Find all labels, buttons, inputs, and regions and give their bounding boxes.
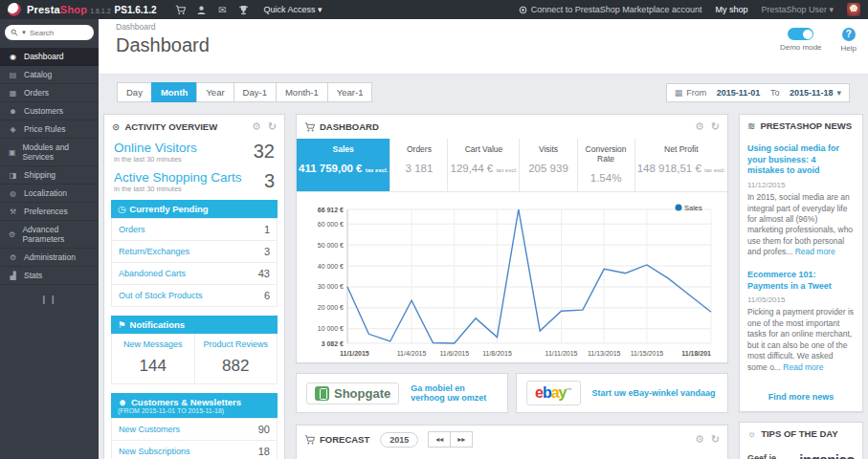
envelope-icon[interactable]: ✉ (211, 5, 233, 15)
tips-title: TIPS OF THE DAY (761, 428, 837, 439)
sidebar-item-orders[interactable]: ▦Orders (0, 84, 99, 102)
read-more-link[interactable]: Read more (795, 247, 835, 256)
caret-down-icon: ▾ (836, 88, 841, 98)
help-label: Help (841, 44, 857, 53)
row-label-link[interactable]: New Customers (119, 425, 180, 434)
marketplace-link[interactable]: Connect to PrestaShop Marketplace accoun… (519, 5, 702, 14)
online-visitors-link[interactable]: Online Visitors (114, 141, 275, 155)
kpi-tile-sales[interactable]: Sales411 759,00 € tax excl. (297, 139, 390, 191)
notification-label-link[interactable]: New Messages (116, 339, 190, 349)
demo-mode-control: Demo mode (780, 28, 822, 53)
table-row: Abandoned Carts43 (112, 262, 277, 284)
kpi-tile-orders[interactable]: Orders3 181 (390, 139, 448, 191)
notifications-section: ⚑Notifications New Messages144Product Re… (111, 316, 278, 384)
active-carts-link[interactable]: Active Shopping Carts (114, 170, 275, 185)
kpi-tile-net-profit[interactable]: Net Profit148 918,51 € tax excl. (635, 139, 727, 191)
bell-icon: ⚑ (118, 319, 126, 330)
cart-icon[interactable] (169, 5, 190, 15)
range-button-month-1[interactable]: Month-1 (276, 82, 328, 102)
range-button-year-1[interactable]: Year-1 (327, 82, 373, 102)
row-label-link[interactable]: Return/Exchanges (119, 247, 189, 256)
table-row: Return/Exchanges3 (112, 240, 277, 262)
my-shop-link[interactable]: My shop (715, 5, 747, 14)
sidebar-item-stats[interactable]: ▟Stats (0, 267, 99, 285)
news-article-title-link[interactable]: Ecommerce 101: Payments in a Tweet (747, 270, 855, 292)
forecast-legend: TrafficConversionAverage Cart ValueSales (297, 453, 727, 459)
gear-icon[interactable]: ⚙ (695, 120, 704, 133)
sidebar-item-catalog[interactable]: ▤Catalog (0, 66, 99, 84)
x-tick-label: 11/8/2015 (482, 350, 512, 357)
sidebar-item-advanced-parameters[interactable]: ⚙Advanced Parameters (0, 221, 99, 249)
notification-label-link[interactable]: Product Reviews (199, 339, 274, 349)
row-label-link[interactable]: Abandoned Carts (119, 269, 186, 278)
lightbulb-icon: ☼ (747, 428, 756, 439)
gear-icon[interactable]: ⚙ (695, 433, 704, 446)
quick-access-menu[interactable]: Quick Access ▾ (263, 5, 322, 14)
active-carts-value: 3 (264, 170, 275, 192)
row-label-link[interactable]: New Subscriptions (119, 447, 190, 456)
forecast-year: 2015 (380, 432, 418, 448)
date-range-toolbar: DayMonthYearDay-1Month-1Year-1 ▦ From 20… (103, 82, 863, 102)
search-input[interactable] (30, 29, 83, 37)
user-menu[interactable]: PrestaShop User ▾ (761, 5, 834, 14)
sidebar-item-preferences[interactable]: ⚒Preferences (0, 203, 99, 221)
sidebar-search[interactable]: ▼ (5, 25, 94, 40)
row-value: 3 (264, 246, 270, 257)
kpi-tile-visits[interactable]: Visits205 939 (520, 139, 577, 191)
sidebar-item-shipping[interactable]: ◨Shipping (0, 166, 99, 185)
table-row: New Customers90 (112, 418, 277, 440)
range-button-day[interactable]: Day (117, 82, 152, 102)
online-visitors-value: 32 (254, 141, 275, 163)
gear-icon[interactable]: ⚙ (252, 120, 261, 133)
kpi-tile-conversion-rate[interactable]: Conversion Rate1.54% (578, 139, 635, 191)
demo-mode-toggle[interactable] (788, 28, 813, 40)
chart-legend-label: Sales (684, 204, 702, 212)
date-range-picker[interactable]: ▦ From 2015-11-01 To 2015-11-18 ▾ (666, 83, 850, 102)
row-label-link[interactable]: Out of Stock Products (119, 291, 203, 300)
prestashop-logo[interactable] (8, 3, 21, 16)
sidebar-item-price-rules[interactable]: ◈Price Rules (0, 120, 99, 139)
news-article-title-link[interactable]: Using social media for your business: 4 … (747, 143, 855, 177)
help-icon[interactable]: ? (842, 28, 856, 41)
collapse-menu-button[interactable]: ❙❙ (0, 295, 99, 304)
kpi-tile-cart-value[interactable]: Cart Value129,44 € tax excl. (448, 139, 520, 191)
range-button-day-1[interactable]: Day-1 (234, 82, 277, 102)
news-article: Using social media for your business: 4 … (747, 143, 855, 258)
kpi-value: 411 759,00 € tax excl. (299, 163, 388, 174)
sales-line-chart: 3 082 €10 000 €20 000 €30 000 €40 000 €5… (303, 198, 721, 361)
ebay-link[interactable]: Start uw eBay-winkel vandaag (592, 388, 716, 398)
breadcrumb[interactable]: Dashboard (116, 22, 868, 32)
stats-icon: ▟ (8, 272, 18, 280)
sidebar-item-localization[interactable]: ◍Localization (0, 185, 99, 203)
dashboard-panel-title: DASHBOARD (320, 121, 379, 132)
sidebar-item-administration[interactable]: ⚙Administration (0, 249, 99, 267)
read-more-link[interactable]: Read more (783, 362, 823, 372)
truck-icon: ◨ (8, 171, 18, 180)
row-label-link[interactable]: Orders (119, 225, 145, 234)
brand-name: PrestaShop (27, 4, 87, 15)
sidebar-item-label: Stats (24, 271, 42, 280)
help-control: ? Help (841, 28, 857, 53)
row-value: 90 (258, 424, 270, 435)
refresh-icon[interactable]: ↻ (711, 433, 720, 446)
customers-icon: ☻ (8, 107, 18, 116)
trophy-icon[interactable] (233, 5, 254, 15)
forecast-prev-button[interactable]: ◂◂ (428, 431, 451, 448)
range-button-month[interactable]: Month (151, 82, 198, 102)
row-value: 1 (264, 224, 270, 235)
rss-icon: ≋ (747, 120, 755, 131)
find-more-news-link[interactable]: Find more news (740, 388, 862, 411)
shopgate-link[interactable]: Ga mobiel en verhoog uw omzet (411, 383, 498, 403)
sidebar-item-customers[interactable]: ☻Customers (0, 102, 99, 120)
user-icon[interactable] (190, 5, 211, 15)
user-avatar[interactable] (847, 3, 860, 16)
sidebar-item-dashboard[interactable]: ◉Dashboard (0, 48, 99, 66)
activity-overview-panel: ⊙ ACTIVITY OVERVIEW ⚙↻ 32 Online Visitor… (103, 114, 285, 459)
sidebar-item-modules-and-services[interactable]: ▣Modules and Services (0, 139, 99, 166)
forecast-next-button[interactable]: ▸▸ (450, 431, 473, 448)
search-scope-caret-icon[interactable]: ▼ (21, 30, 27, 35)
refresh-icon[interactable]: ↻ (711, 120, 720, 133)
range-button-year[interactable]: Year (196, 82, 234, 102)
refresh-icon[interactable]: ↻ (268, 120, 277, 133)
page-header: Dashboard Dashboard Demo mode ? Help (99, 19, 868, 75)
